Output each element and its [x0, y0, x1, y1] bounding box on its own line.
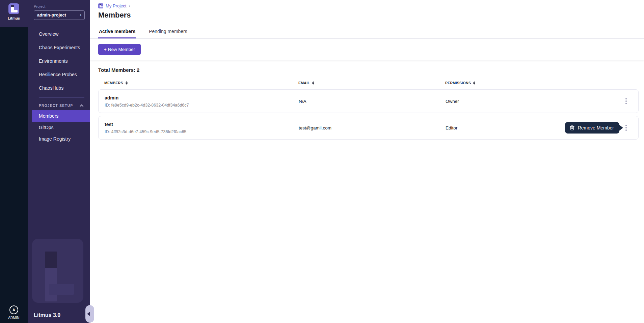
remove-member-menu-item[interactable]: Remove Member: [565, 122, 619, 134]
sidebar-item-environments[interactable]: Environments: [28, 54, 90, 68]
breadcrumb-link-my-project[interactable]: My Project: [106, 3, 126, 8]
permissions-sort-icon[interactable]: [473, 81, 475, 85]
members-table-section: Total Members: 2 MEMBERS EMAIL PERMISSIO…: [90, 60, 644, 143]
litmus-logo-icon: [8, 3, 19, 14]
chevron-up-icon: [80, 104, 83, 108]
app-window: Litmus A ADMIN Project admin-project › O…: [0, 0, 644, 323]
total-members-label: Total Members: 2: [98, 67, 639, 73]
column-header-email: EMAIL: [298, 81, 445, 85]
sidebar: Project admin-project › Overview Chaos E…: [28, 0, 90, 323]
trash-icon: [569, 125, 575, 130]
sidebar-item-chaos-experiments[interactable]: Chaos Experiments: [28, 41, 90, 54]
chevron-right-icon: ›: [80, 13, 81, 17]
member-email: N/A: [299, 99, 306, 104]
project-selector[interactable]: admin-project ›: [34, 10, 85, 20]
version-label: Litmus 3.0: [34, 312, 60, 318]
sidebar-item-gitops[interactable]: GitOps: [28, 122, 90, 133]
litmus-watermark-logo: [32, 239, 83, 303]
member-name: test: [105, 122, 299, 127]
rail-logo-area: Litmus: [0, 0, 28, 27]
kebab-menu-icon[interactable]: [623, 96, 629, 106]
sidebar-nav: Overview Chaos Experiments Environments …: [28, 27, 90, 95]
kebab-menu-icon[interactable]: [623, 123, 629, 133]
tab-active-members[interactable]: Active members: [98, 24, 136, 38]
table-row: test ID: 4ff92c3d-d6e7-459c-9ed5-736fd2f…: [98, 116, 639, 140]
sidebar-collapse-button[interactable]: [85, 305, 94, 323]
breadcrumb-chevron-icon: ›: [129, 4, 130, 8]
main-content: My Project › Members Active members Pend…: [90, 0, 644, 323]
members-sort-icon[interactable]: [126, 81, 128, 85]
user-avatar[interactable]: A: [9, 305, 18, 314]
table-row: admin ID: fe8e5cd9-eb2c-4d32-8632-04df34…: [98, 89, 639, 113]
project-icon: [98, 3, 103, 8]
column-header-members: MEMBERS: [104, 81, 298, 85]
page-title: Members: [90, 8, 644, 24]
collapse-left-icon: [87, 312, 90, 316]
member-id: ID: 4ff92c3d-d6e7-459c-9ed5-736fd2f0ac65: [105, 129, 299, 134]
sidebar-item-image-registry[interactable]: Image Registry: [28, 133, 90, 145]
column-header-permissions: PERMISSIONS: [445, 81, 620, 85]
tab-bar: Active members Pending members: [90, 24, 644, 39]
left-rail: Litmus A ADMIN: [0, 0, 28, 323]
project-label: Project: [28, 0, 90, 10]
project-setup-label: PROJECT SETUP: [39, 104, 73, 108]
rail-brand-label: Litmus: [8, 16, 20, 20]
sidebar-item-chaoshubs[interactable]: ChaosHubs: [28, 81, 90, 95]
member-id: ID: fe8e5cd9-eb2c-4d32-8632-04df34a6d6c7: [105, 103, 299, 108]
sidebar-item-members[interactable]: Members: [32, 110, 90, 122]
email-sort-icon[interactable]: [312, 81, 314, 85]
user-label: ADMIN: [8, 316, 20, 320]
tab-pending-members[interactable]: Pending members: [148, 24, 188, 38]
sidebar-setup-nav: Members GitOps Image Registry: [28, 110, 90, 145]
sidebar-item-resilience-probes[interactable]: Resilience Probes: [28, 68, 90, 81]
member-email: test@gamil.com: [299, 125, 331, 130]
toolbar: + New Member: [90, 39, 644, 60]
table-header-row: MEMBERS EMAIL PERMISSIONS: [98, 81, 639, 89]
member-name: admin: [105, 95, 299, 100]
member-permission: Editor: [446, 125, 457, 130]
sidebar-item-overview[interactable]: Overview: [28, 27, 90, 41]
rail-user-area: A ADMIN: [8, 305, 20, 323]
breadcrumb: My Project ›: [90, 0, 644, 8]
project-selector-value: admin-project: [37, 12, 66, 18]
member-permission: Owner: [446, 99, 459, 104]
project-setup-section-toggle[interactable]: PROJECT SETUP: [28, 98, 90, 110]
remove-member-label: Remove Member: [578, 125, 614, 130]
new-member-button[interactable]: + New Member: [98, 44, 141, 55]
